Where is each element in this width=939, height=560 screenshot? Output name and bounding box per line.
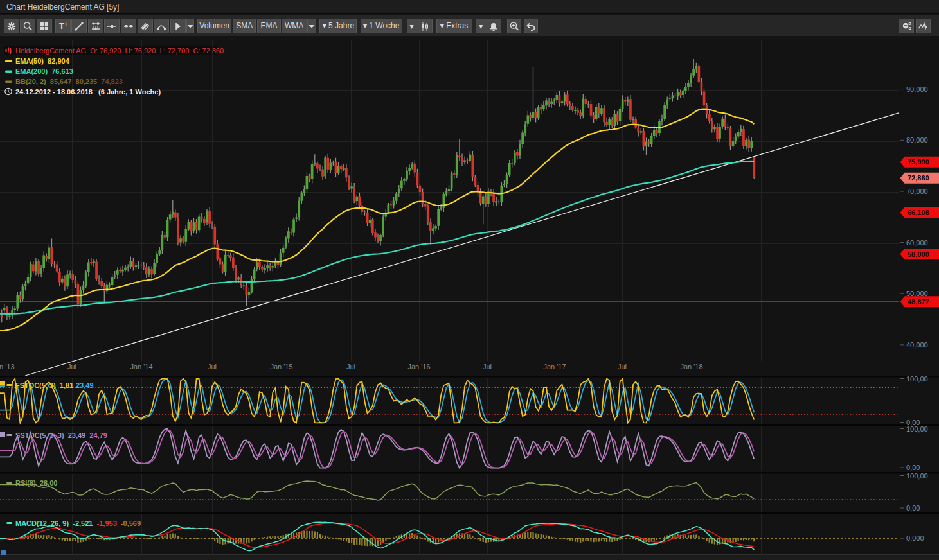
svg-text:24.12.2012 - 18.06.2018 (6 J: 24.12.2012 - 18.06.2018 (6 Jahre, 1 Woch… bbox=[15, 88, 161, 96]
svg-text:40,000: 40,000 bbox=[906, 341, 928, 349]
svg-text:SSTOC(5, 3, 3) 23,49 24,79: SSTOC(5, 3, 3) 23,49 24,79 bbox=[15, 432, 107, 439]
svg-text:BB(20, 2) 85,647 80,235 74,: BB(20, 2) 85,647 80,235 74,823 bbox=[15, 78, 123, 85]
svg-text:Jul: Jul bbox=[483, 363, 492, 371]
svg-text:66,108: 66,108 bbox=[908, 209, 929, 216]
svg-text:0,000: 0,000 bbox=[906, 534, 924, 542]
svg-text:Jan '16: Jan '16 bbox=[407, 363, 430, 371]
svg-text:100,00: 100,00 bbox=[906, 472, 928, 480]
svg-text:EMA(50) 82,904: EMA(50) 82,904 bbox=[15, 57, 70, 65]
svg-text:72,860: 72,860 bbox=[908, 174, 929, 182]
svg-text:23,49: 23,49 bbox=[76, 381, 94, 389]
svg-text:Jan '14: Jan '14 bbox=[130, 363, 152, 371]
svg-text:Jan '18: Jan '18 bbox=[680, 363, 702, 371]
svg-text:T: T bbox=[59, 21, 64, 31]
svg-text:100,00: 100,00 bbox=[906, 425, 928, 433]
svg-text:80,000: 80,000 bbox=[906, 136, 928, 144]
svg-text:EMA(200) 76,613: EMA(200) 76,613 bbox=[15, 67, 73, 75]
svg-text:Jan '13: Jan '13 bbox=[0, 363, 15, 371]
svg-text:Jul: Jul bbox=[346, 363, 355, 371]
svg-text:70,000: 70,000 bbox=[906, 188, 928, 195]
svg-text:Jul: Jul bbox=[208, 363, 217, 371]
svg-text:90,000: 90,000 bbox=[906, 85, 928, 93]
svg-text:48,677: 48,677 bbox=[908, 298, 929, 306]
svg-text:75,990: 75,990 bbox=[908, 158, 929, 166]
svg-text:+: + bbox=[64, 21, 67, 28]
svg-text:58,000: 58,000 bbox=[908, 250, 929, 258]
svg-text:0,00: 0,00 bbox=[906, 504, 920, 512]
svg-text:MACD(12, 26, 9) -2,521 -1,95: MACD(12, 26, 9) -2,521 -1,953 -0,569 bbox=[15, 520, 141, 527]
svg-text:60,000: 60,000 bbox=[906, 239, 928, 247]
svg-text:FSTOC(5, 3) 1,81: FSTOC(5, 3) 1,81 bbox=[15, 381, 73, 389]
svg-text:Jan '15: Jan '15 bbox=[270, 363, 292, 371]
svg-text:RSI(8) 28,00: RSI(8) 28,00 bbox=[15, 479, 57, 487]
svg-text:Jul: Jul bbox=[67, 363, 76, 371]
svg-text:Jan '17: Jan '17 bbox=[543, 363, 566, 371]
svg-text:HeidelbergCement AG O: 76,920: HeidelbergCement AG O: 76,920 H: 76,920 … bbox=[15, 47, 224, 55]
svg-text:0,00: 0,00 bbox=[906, 464, 920, 471]
svg-text:Jul: Jul bbox=[618, 363, 627, 371]
svg-text:100,00: 100,00 bbox=[906, 375, 928, 383]
